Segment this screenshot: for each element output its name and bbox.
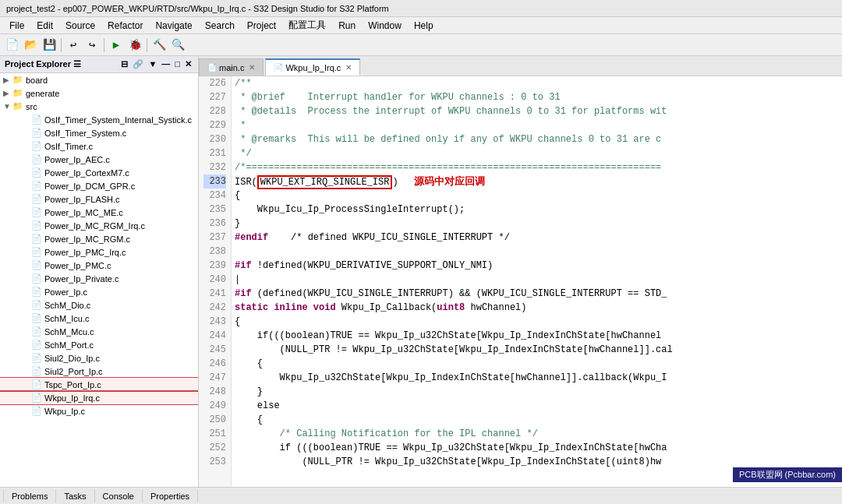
menu-refactor[interactable]: Refactor [101,19,149,33]
sidebar-folder-board[interactable]: ▶📁board [0,73,198,86]
sidebar-folder-generate[interactable]: ▶📁generate [0,86,198,100]
code-line-250: { [235,413,839,427]
sidebar-file-Power_Ip_Private-c[interactable]: 📄Power_Ip_Private.c [0,272,198,285]
code-line-244: if(((boolean)TRUE == Wkpu_Ip_u32ChState[… [235,329,839,343]
line-number-251: 251 [203,427,226,441]
tab-wkpu-icon: 📄 [274,63,283,72]
sidebar-file-Power_Ip_FLASH-c[interactable]: 📄Power_Ip_FLASH.c [0,192,198,206]
minimize-icon[interactable]: — [160,59,172,69]
editor-area: 📄 main.c ✕ 📄 Wkpu_Ip_Irq.c ✕ 22622722822… [199,56,842,487]
title-text: project_test2 - ep007_POWER_WKPU/RTD/src… [6,4,389,13]
sidebar-file-Power_Ip_MC_RGM-c[interactable]: 📄Power_Ip_MC_RGM.c [0,232,198,245]
toolbar: 📄 📂 💾 ↩ ↪ ▶ 🐞 🔨 🔍 [0,34,842,56]
sidebar-file-OsIf_Timer_System_Internal_Systick-c[interactable]: 📄OsIf_Timer_System_Internal_Systick.c [0,113,198,126]
line-number-247: 247 [203,371,226,385]
code-line-231: */ [235,146,839,160]
line-number-253: 253 [203,455,226,469]
code-line-235: Wkpu_Icu_Ip_ProcessSingleInterrupt(); [235,203,839,217]
tab-console[interactable]: Console [95,490,143,502]
line-number-249: 249 [203,399,226,413]
sidebar-file-Power_Ip_PMC-c[interactable]: 📄Power_Ip_PMC.c [0,259,198,272]
toolbar-open[interactable]: 📂 [22,37,39,54]
toolbar-new[interactable]: 📄 [3,37,20,54]
toolbar-sep2 [104,38,104,52]
code-line-239: #if !defined(WKPU_DERIVATIVE_SUPPORT_ONL… [235,259,839,273]
link-icon[interactable]: 🔗 [131,59,145,69]
toolbar-redo[interactable]: ↪ [83,37,101,54]
line-numbers: 2262272282292302312322332342352362372382… [199,76,232,487]
tab-bar: 📄 main.c ✕ 📄 Wkpu_Ip_Irq.c ✕ [199,56,842,76]
collapse-icon[interactable]: ⊟ [119,59,129,69]
code-editor[interactable]: 2262272282292302312322332342352362372382… [199,76,842,487]
sidebar-file-Siul2_Dio_Ip-c[interactable]: 📄Siul2_Dio_Ip.c [0,351,198,365]
code-line-236: } [235,217,839,231]
sidebar-file-Power_Ip-c[interactable]: 📄Power_Ip.c [0,285,198,298]
menu-help[interactable]: Help [408,19,440,33]
menu-project[interactable]: Project [241,19,282,33]
tab-main[interactable]: 📄 main.c ✕ [199,58,264,76]
tab-properties[interactable]: Properties [143,490,198,502]
sidebar-folder-src[interactable]: ▼📁src [0,100,198,113]
menu-edit[interactable]: Edit [30,19,59,33]
line-number-244: 244 [203,329,226,343]
sidebar-file-Wkpu_Ip-c[interactable]: 📄Wkpu_Ip.c [0,404,198,418]
filter-icon[interactable]: ▼ [147,59,158,69]
sidebar-file-Wkpu_Ip_Irq-c[interactable]: 📄Wkpu_Ip_Irq.c [0,391,198,404]
sidebar-file-SchM_Dio-c[interactable]: 📄SchM_Dio.c [0,298,198,312]
code-line-234: { [235,189,839,203]
menu-navigate[interactable]: Navigate [149,19,198,33]
sidebar-file-Power_Ip_CortexM7-c[interactable]: 📄Power_Ip_CortexM7.c [0,166,198,179]
sidebar-file-Tspc_Port_Ip-c[interactable]: 📄Tspc_Port_Ip.c [0,378,198,391]
sidebar-file-SchM_Icu-c[interactable]: 📄SchM_Icu.c [0,312,198,325]
toolbar-save[interactable]: 💾 [41,37,58,54]
close-icon[interactable]: ✕ [183,59,193,69]
code-line-249: else [235,399,839,413]
menu-configure[interactable]: 配置工具 [282,17,332,33]
sidebar-file-OsIf_Timer_System-c[interactable]: 📄OsIf_Timer_System.c [0,126,198,139]
sidebar-file-SchM_Port-c[interactable]: 📄SchM_Port.c [0,338,198,351]
maximize-icon[interactable]: □ [173,59,182,69]
line-number-237: 237 [203,231,226,245]
sidebar-file-OsIf_Timer-c[interactable]: 📄OsIf_Timer.c [0,139,198,153]
code-line-242: static inline void Wkpu_Ip_Callback(uint… [235,301,839,315]
line-number-229: 229 [203,118,226,132]
sidebar-file-Power_Ip_MC_RGM_Irq-c[interactable]: 📄Power_Ip_MC_RGM_Irq.c [0,219,198,232]
line-number-242: 242 [203,301,226,315]
menu-run[interactable]: Run [332,19,362,33]
sidebar-file-Power_Ip_DCM_GPR-c[interactable]: 📄Power_Ip_DCM_GPR.c [0,179,198,192]
sidebar-file-Power_Ip_PMC_Irq-c[interactable]: 📄Power_Ip_PMC_Irq.c [0,245,198,259]
sidebar-title: Project Explorer ☰ [5,59,81,69]
line-number-252: 252 [203,441,226,455]
toolbar-run[interactable]: ▶ [108,37,125,54]
code-line-246: { [235,357,839,371]
code-content: /** * @brief Interrupt handler for WKPU … [232,76,842,487]
sidebar-file-Power_Ip_MC_ME-c[interactable]: 📄Power_Ip_MC_ME.c [0,206,198,219]
menu-source[interactable]: Source [59,19,101,33]
code-line-241: #if (defined(WKPU_ICU_SINGLE_INTERRUPT) … [235,287,839,301]
sidebar-file-Power_Ip_AEC-c[interactable]: 📄Power_Ip_AEC.c [0,153,198,166]
tab-wkpu[interactable]: 📄 Wkpu_Ip_Irq.c ✕ [265,58,360,76]
code-line-240: | [235,273,839,287]
code-line-252: if (((boolean)TRUE == Wkpu_Ip_u32ChState… [235,441,839,455]
toolbar-search[interactable]: 🔍 [169,37,186,54]
sidebar-file-SchM_Mcu-c[interactable]: 📄SchM_Mcu.c [0,325,198,338]
tab-main-close[interactable]: ✕ [249,63,255,72]
tab-wkpu-close[interactable]: ✕ [345,63,352,72]
tab-tasks[interactable]: Tasks [56,490,94,502]
sidebar: Project Explorer ☰ ⊟ 🔗 ▼ — □ ✕ ▶📁board▶📁… [0,56,199,487]
toolbar-undo[interactable]: ↩ [65,37,82,54]
code-line-247: Wkpu_Ip_u32ChState[Wkpu_Ip_IndexInChStat… [235,371,839,385]
line-number-232: 232 [203,160,226,174]
tab-problems[interactable]: Problems [3,490,56,502]
menu-file[interactable]: File [3,19,30,33]
toolbar-build[interactable]: 🔨 [150,37,168,54]
line-number-230: 230 [203,132,226,146]
toolbar-debug[interactable]: 🐞 [126,37,143,54]
line-number-228: 228 [203,104,226,118]
sidebar-tree: ▶📁board▶📁generate▼📁src📄OsIf_Timer_System… [0,73,198,487]
sidebar-file-Siul2_Port_Ip-c[interactable]: 📄Siul2_Port_Ip.c [0,365,198,378]
menu-search[interactable]: Search [199,19,241,33]
menu-window[interactable]: Window [362,19,408,33]
code-line-232: /*======================================… [235,160,839,174]
watermark: PCB联盟网 (Pcbbar.com) [733,467,842,482]
